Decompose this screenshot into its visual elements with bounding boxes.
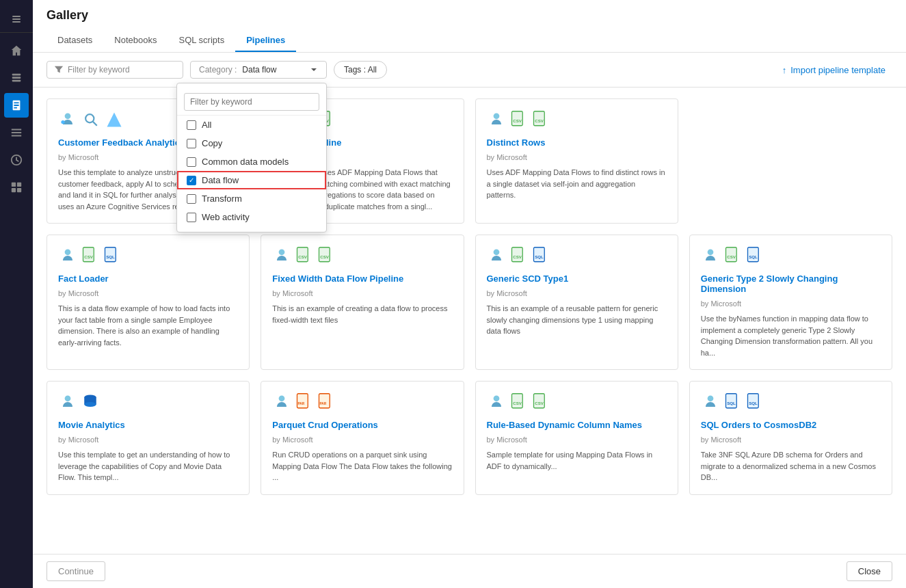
svg-point-44 bbox=[493, 249, 499, 255]
card-author: by Microsoft bbox=[58, 436, 238, 444]
card-author: by Microsoft bbox=[701, 299, 881, 308]
card-fixed-width[interactable]: CSV CSV Fixed Width Data Flow Pipeline b… bbox=[261, 235, 464, 370]
card-title: Rule-Based Dynamic Column Names bbox=[487, 420, 667, 430]
csv-icon: CSV bbox=[510, 246, 528, 265]
svg-text:CSV: CSV bbox=[299, 254, 308, 259]
card-desc: Uses ADF Mapping Data Flows to find dist… bbox=[487, 167, 667, 201]
svg-rect-0 bbox=[12, 16, 21, 17]
card-icons: CSV CSV bbox=[272, 246, 452, 265]
card-icons: CSV SQL bbox=[487, 246, 667, 265]
card-author: by Microsoft bbox=[487, 436, 667, 444]
dataflow-icon bbox=[58, 246, 77, 265]
svg-text:CSV: CSV bbox=[535, 401, 544, 405]
sql-icon: SQL bbox=[103, 246, 121, 265]
dropdown-item-copy[interactable]: Copy bbox=[177, 134, 326, 152]
svg-text:CSV: CSV bbox=[727, 254, 736, 259]
sql2-icon: SQL bbox=[746, 392, 764, 412]
dropdown-label-common-data-models: Common data models bbox=[202, 157, 289, 167]
toolbar: Filter by keyword Category : Data flow T… bbox=[33, 53, 906, 88]
dropdown-search-input[interactable] bbox=[184, 93, 319, 111]
card-author: by Microsoft bbox=[272, 436, 452, 444]
card-title: SQL Orders to CosmosDB2 bbox=[701, 420, 881, 430]
dropdown-item-data-flow[interactable]: Data flow bbox=[177, 171, 326, 189]
card-generic-scd-type1[interactable]: CSV SQL Generic SCD Type1 by Microsoft T… bbox=[475, 235, 678, 370]
card-distinct-rows[interactable]: CSV CSV Distinct Rows by Microsoft Uses … bbox=[475, 98, 678, 224]
card-sql-orders[interactable]: SQL SQL SQL Orders to CosmosDB2 by Micro… bbox=[689, 381, 892, 495]
svg-point-61 bbox=[84, 402, 96, 407]
dropdown-item-transform[interactable]: Transform bbox=[177, 189, 326, 208]
dataflow-icon bbox=[701, 246, 720, 265]
sidebar-collapse[interactable] bbox=[0, 5, 33, 33]
card-rule-based[interactable]: CSV CSV Rule-Based Dynamic Column Names … bbox=[475, 381, 678, 495]
card-movie-analytics[interactable]: Movie Analytics by Microsoft Use this te… bbox=[46, 381, 250, 495]
category-dropdown[interactable]: Category : Data flow bbox=[190, 61, 327, 79]
card-title: Parquet Crud Operations bbox=[272, 420, 452, 430]
card-parquet-crud[interactable]: PAR PAR Parquet Crud Operations by Micro… bbox=[261, 381, 464, 495]
card-desc: Use this template to get an understandin… bbox=[58, 449, 238, 483]
card-fact-loader[interactable]: CSV SQL Fact Loader by Microsoft This is… bbox=[46, 235, 250, 370]
csv2-icon: CSV bbox=[317, 246, 335, 265]
sidebar-pipelines[interactable] bbox=[4, 120, 29, 145]
dataflow-icon bbox=[487, 392, 506, 412]
sidebar-monitor[interactable] bbox=[4, 148, 29, 172]
svg-rect-7 bbox=[12, 183, 16, 187]
svg-rect-2 bbox=[12, 21, 21, 23]
card-desc: This is an example of creating a data fl… bbox=[272, 303, 452, 325]
chevron-down-icon bbox=[310, 66, 318, 74]
tags-filter[interactable]: Tags : All bbox=[334, 61, 387, 79]
svg-text:SQL: SQL bbox=[535, 254, 544, 259]
card-icons: SQL SQL bbox=[701, 392, 881, 412]
svg-text:PAR: PAR bbox=[298, 402, 305, 405]
svg-point-62 bbox=[279, 395, 285, 401]
sql-icon: SQL bbox=[746, 246, 764, 265]
dataflow-icon bbox=[58, 392, 77, 412]
csv-icon: CSV bbox=[510, 392, 528, 412]
main-content: Gallery Datasets Notebooks SQL scripts P… bbox=[33, 0, 906, 588]
svg-text:CSV: CSV bbox=[513, 401, 522, 405]
checkbox-data-flow bbox=[187, 176, 196, 185]
sidebar-notebooks[interactable] bbox=[4, 93, 29, 118]
svg-marker-15 bbox=[107, 113, 122, 127]
sidebar-data[interactable] bbox=[4, 66, 29, 90]
dropdown-item-common-data-models[interactable]: Common data models bbox=[177, 152, 326, 171]
card-title: Generic SCD Type1 bbox=[487, 273, 667, 284]
keyword-filter[interactable]: Filter by keyword bbox=[46, 61, 183, 79]
dataflow-icon bbox=[58, 110, 77, 129]
sidebar-manage[interactable] bbox=[4, 175, 29, 200]
tab-datasets[interactable]: Datasets bbox=[46, 29, 103, 52]
tab-pipelines[interactable]: Pipelines bbox=[235, 29, 296, 52]
svg-point-11 bbox=[65, 113, 71, 119]
gallery-grid: Customer Feedback Analytics by Microsoft… bbox=[46, 98, 892, 495]
dropdown-label-data-flow: Data flow bbox=[202, 175, 239, 185]
db-icon bbox=[81, 392, 99, 412]
card-title: Fact Loader bbox=[58, 273, 238, 284]
dropdown-item-all[interactable]: All bbox=[177, 116, 326, 134]
sql-icon: SQL bbox=[532, 246, 550, 265]
continue-button[interactable]: Continue bbox=[46, 561, 105, 581]
close-button[interactable]: Close bbox=[847, 561, 892, 581]
checkbox-transform bbox=[187, 194, 196, 204]
tab-sql-scripts[interactable]: SQL scripts bbox=[168, 29, 235, 52]
sidebar-home[interactable] bbox=[4, 38, 29, 63]
dropdown-item-web-activity[interactable]: Web activity bbox=[177, 208, 326, 226]
card-title: Fixed Width Data Flow Pipeline bbox=[272, 273, 452, 284]
checkbox-web-activity bbox=[187, 213, 196, 222]
filter-placeholder: Filter by keyword bbox=[68, 65, 130, 75]
card-author: by Microsoft bbox=[701, 436, 881, 444]
tab-notebooks[interactable]: Notebooks bbox=[103, 29, 168, 52]
checkbox-copy bbox=[187, 139, 196, 148]
svg-text:SQL: SQL bbox=[106, 254, 115, 259]
card-icons: CSV CSV bbox=[487, 110, 667, 129]
dataflow-icon bbox=[272, 392, 291, 412]
import-pipeline-button[interactable]: ↑ Import pipeline template bbox=[775, 62, 892, 79]
card-desc: This is a data flow example of how to lo… bbox=[58, 303, 238, 348]
dataflow2-icon bbox=[105, 110, 124, 129]
dataflow-icon bbox=[272, 246, 291, 265]
card-author: by Microsoft bbox=[272, 289, 452, 297]
card-generic-type2[interactable]: CSV SQL Generic Type 2 Slowly Changing D… bbox=[689, 235, 892, 370]
card-title: Generic Type 2 Slowly Changing Dimension bbox=[701, 273, 881, 294]
category-label: Category : bbox=[199, 65, 237, 75]
card-desc: Run CRUD operations on a parquet sink us… bbox=[272, 449, 452, 483]
csv-icon: CSV bbox=[295, 246, 313, 265]
csv-icon: CSV bbox=[81, 246, 99, 265]
